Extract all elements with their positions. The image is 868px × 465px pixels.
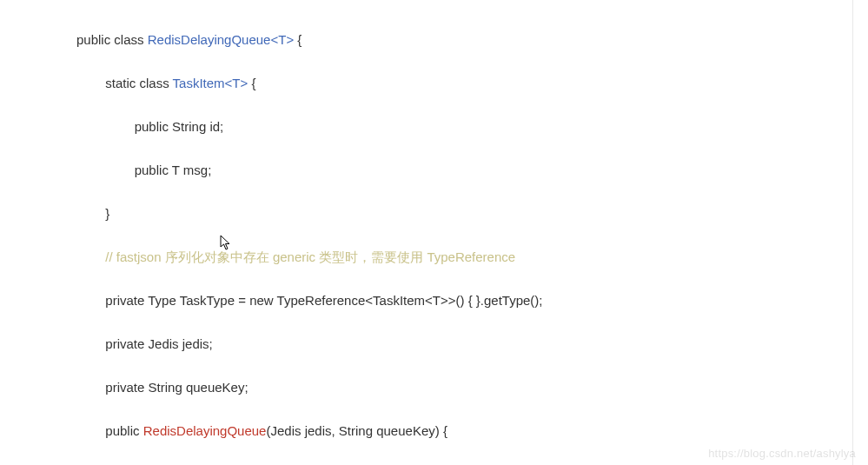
code-block: public class RedisDelayingQueue<T> { sta… [0, 0, 853, 465]
code-line: private Jedis jedis; [0, 333, 852, 355]
code-text: private String queueKey; [105, 380, 248, 395]
code-line: // fastjson 序列化对象中存在 generic 类型时，需要使用 Ty… [0, 246, 852, 268]
code-text: private Jedis jedis; [105, 336, 212, 351]
code-line: static class TaskItem<T> { [0, 72, 852, 94]
code-line: public String id; [0, 116, 852, 137]
code-text: public T msg; [135, 163, 212, 177]
type-name: RedisDelayingQueue<T> [148, 32, 294, 47]
code-text: public String id; [135, 119, 224, 134]
code-line: public RedisDelayingQueue(Jedis jedis, S… [0, 420, 852, 442]
watermark: https://blog.csdn.net/ashylya [708, 447, 856, 460]
code-text: { [294, 32, 301, 47]
code-text: private Type TaskType = new TypeReferenc… [105, 293, 542, 308]
code-line: public T msg; [0, 159, 852, 181]
code-line: private Type TaskType = new TypeReferenc… [0, 289, 852, 311]
keyword: public class [76, 32, 148, 47]
code-line: public class RedisDelayingQueue<T> { [0, 29, 852, 50]
code-line: } [0, 203, 852, 224]
keyword: static class [105, 76, 172, 90]
keyword: public [105, 423, 142, 438]
brace: } [105, 206, 109, 221]
method-name: RedisDelayingQueue [143, 423, 267, 438]
code-text: (Jedis jedis, String queueKey) { [266, 423, 447, 438]
type-name: TaskItem<T> [173, 76, 248, 90]
code-line: private String queueKey; [0, 376, 852, 398]
comment: // fastjson 序列化对象中存在 generic 类型时，需要使用 Ty… [105, 249, 515, 264]
code-text: { [248, 76, 255, 90]
